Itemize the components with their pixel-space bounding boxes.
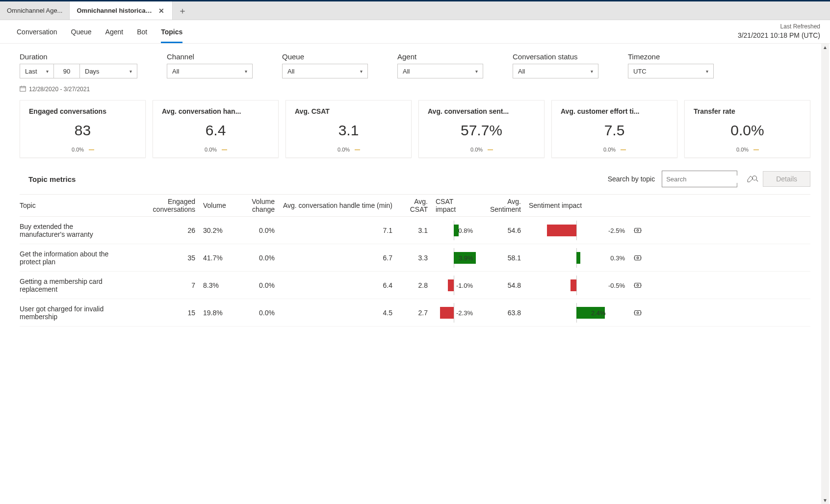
cell-volume-change: 0.0%: [230, 278, 279, 292]
chevron-down-icon: ▾: [245, 69, 247, 74]
close-icon[interactable]: ✕: [157, 7, 165, 15]
cell-handle: 6.4: [279, 278, 396, 292]
cell-volume-change: 0.0%: [230, 251, 279, 265]
select-value: All: [518, 68, 525, 75]
agent-select[interactable]: All ▾: [397, 64, 483, 78]
select-value: Last: [25, 68, 37, 75]
col-avg-sentiment[interactable]: Avg. Sentiment: [476, 195, 525, 216]
cell-sentiment-impact-bar: -2.5%: [525, 221, 628, 240]
table-row[interactable]: User got charged for invalid membership …: [20, 299, 810, 327]
table-row[interactable]: Get the information about the protect pl…: [20, 244, 810, 272]
duration-unit-select[interactable]: Days ▾: [79, 64, 137, 78]
scroll-down-icon[interactable]: ▼: [823, 498, 828, 503]
filter-label: Queue: [282, 52, 368, 61]
select-value: Days: [85, 68, 100, 75]
duration-count-input[interactable]: 90: [54, 64, 79, 78]
tab-omnichannel-historical[interactable]: Omnichannel historical an... ✕: [70, 1, 173, 20]
chevron-down-icon: ▾: [46, 69, 49, 74]
last-refreshed-ts: 3/21/2021 10:18 PM (UTC): [738, 31, 820, 41]
scroll-up-icon[interactable]: ▲: [823, 45, 828, 50]
col-engaged[interactable]: Engaged conversations: [126, 195, 199, 216]
cell-csat: 3.1: [396, 224, 432, 237]
queue-select[interactable]: All ▾: [282, 64, 368, 78]
vertical-scrollbar[interactable]: ▲ ▼: [821, 44, 829, 504]
kpi-title: Avg. conversation han...: [162, 107, 269, 115]
filter-label: Duration: [20, 52, 137, 61]
tab-label: Omnichannel historical an...: [77, 7, 153, 14]
cell-sentiment-impact-bar: -0.5%: [525, 276, 628, 295]
kpi-value: 6.4: [162, 122, 269, 139]
nav-agent[interactable]: Agent: [99, 20, 130, 43]
col-avg-csat[interactable]: Avg. CSAT: [396, 195, 432, 216]
col-csat-impact[interactable]: CSAT impact: [432, 195, 476, 216]
nav-label: Queue: [71, 28, 92, 36]
date-range: 12/28/2020 - 3/27/2021: [20, 85, 137, 93]
select-value: All: [287, 68, 294, 75]
search-input[interactable]: [662, 171, 737, 187]
duration-mode-select[interactable]: Last ▾: [20, 64, 54, 78]
new-tab-button[interactable]: ＋: [173, 1, 192, 20]
kpi-delta: 0.0%: [470, 147, 483, 152]
calendar-icon: [20, 85, 26, 93]
cell-volume: 30.2%: [199, 224, 230, 237]
topic-metrics-table: Topic Engaged conversations Volume Volum…: [20, 194, 810, 327]
cell-sentiment: 54.8: [476, 278, 525, 292]
status-select[interactable]: All ▾: [513, 64, 598, 78]
nav-conversation[interactable]: Conversation: [10, 20, 64, 43]
cell-csat-impact-bar: -2.3%: [432, 303, 476, 323]
kpi-delta: 0.0%: [736, 147, 749, 152]
drill-icon[interactable]: [628, 251, 648, 265]
col-topic[interactable]: Topic: [20, 199, 126, 212]
nav-queue[interactable]: Queue: [64, 20, 99, 43]
nav-topics[interactable]: Topics: [154, 20, 189, 43]
drill-icon[interactable]: [628, 223, 648, 238]
tab-omnichannel-agent[interactable]: Omnichannel Age...: [0, 1, 70, 20]
kpi-value: 57.7%: [428, 122, 535, 139]
cell-volume: 8.3%: [199, 278, 230, 292]
cell-engaged: 26: [126, 224, 199, 237]
eraser-icon[interactable]: [744, 173, 756, 185]
trend-flat-icon: —: [488, 147, 493, 152]
nav-bot[interactable]: Bot: [130, 20, 154, 43]
cell-volume: 19.8%: [199, 306, 230, 320]
filter-label: Channel: [167, 52, 253, 61]
filter-channel: Channel All ▾: [167, 52, 253, 93]
drill-icon[interactable]: [628, 278, 648, 293]
kpi-transfer-rate: Transfer rate 0.0% 0.0%—: [684, 100, 810, 158]
chevron-down-icon: ▾: [360, 69, 363, 74]
topic-metrics-header: Topic metrics Search by topic Details: [20, 171, 810, 187]
col-volume[interactable]: Volume: [199, 199, 230, 212]
kpi-value: 3.1: [295, 122, 402, 139]
trend-flat-icon: —: [621, 147, 625, 152]
drill-icon[interactable]: [628, 305, 648, 320]
chevron-down-icon: ▾: [591, 69, 593, 74]
last-refreshed-label: Last Refreshed: [738, 23, 820, 31]
channel-select[interactable]: All ▾: [167, 64, 253, 78]
table-row[interactable]: Buy extended the manufacturer's warranty…: [20, 217, 810, 244]
filter-agent: Agent All ▾: [397, 52, 483, 93]
svg-point-7: [637, 284, 639, 286]
kpi-delta: 0.0%: [337, 147, 350, 152]
cell-engaged: 35: [126, 251, 199, 265]
svg-rect-8: [635, 310, 641, 315]
kpi-value: 0.0%: [694, 122, 801, 139]
cell-sentiment: 58.1: [476, 251, 525, 265]
cell-engaged: 7: [126, 278, 199, 292]
col-sentiment-impact[interactable]: Sentiment impact: [525, 199, 628, 212]
svg-rect-4: [635, 255, 641, 260]
button-label: Details: [776, 175, 797, 183]
cell-topic: Getting a membership card replacement: [20, 275, 126, 296]
table-row[interactable]: Getting a membership card replacement 7 …: [20, 272, 810, 299]
col-handle-time[interactable]: Avg. conversation handle time (min): [279, 199, 396, 212]
cell-sentiment-impact-bar: 2.4%: [525, 303, 628, 323]
col-volume-change[interactable]: Volume change: [230, 195, 279, 216]
kpi-row: Engaged conversations 83 0.0%— Avg. conv…: [20, 100, 810, 158]
chevron-down-icon: ▾: [706, 69, 708, 74]
filter-label: Agent: [397, 52, 483, 61]
search-field[interactable]: [666, 176, 749, 183]
timezone-select[interactable]: UTC ▾: [628, 64, 714, 78]
filter-timezone: Timezone UTC ▾: [628, 52, 714, 93]
kpi-title: Engaged conversations: [29, 107, 136, 115]
app-tabstrip: Omnichannel Age... Omnichannel historica…: [0, 1, 830, 20]
nav-label: Topics: [161, 28, 182, 36]
